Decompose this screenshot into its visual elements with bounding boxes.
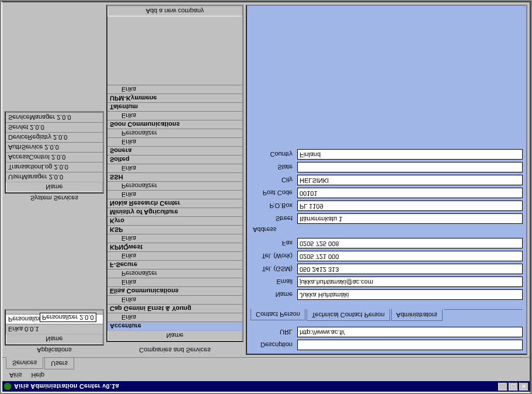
tel-work-field[interactable]: 0205 721 000 — [297, 251, 523, 261]
country-field[interactable]: Finland — [297, 149, 523, 160]
main-tabs: Services Users — [2, 357, 530, 369]
list-item[interactable]: AccessControl 2.0.0 — [6, 152, 103, 162]
state-label: State — [251, 164, 297, 171]
tel-gsm-field[interactable]: 050 2412 313 — [297, 264, 523, 274]
tree-item[interactable]: KSP — [107, 225, 242, 234]
description-label: Description — [251, 341, 297, 348]
detail-tabs: Contact Person Technical Contact Person … — [251, 309, 523, 321]
url-field[interactable]: http://www.ac.fi/ — [297, 327, 523, 337]
postcode-field[interactable]: 00101 — [297, 188, 523, 198]
middle-column: Companies and Services Name AccentureEri… — [106, 5, 244, 355]
system-services-title: System Services — [5, 193, 104, 203]
detail-panel: Description URL http://www.ac.fi/ Contac… — [246, 5, 527, 355]
tree-item[interactable]: F-Secure — [107, 260, 242, 269]
list-item[interactable]: Erika 0.0.1 — [6, 324, 103, 334]
tree-item[interactable]: Erika — [107, 137, 242, 146]
tree-item[interactable]: Erika — [107, 295, 242, 304]
street-field[interactable]: Itämerenkatu 1 — [297, 213, 523, 224]
tree-item[interactable]: Elisa Communications — [107, 286, 242, 295]
companies-title: Companies and Services — [106, 345, 244, 355]
tree-item[interactable]: Sonera — [107, 146, 242, 155]
pobox-field[interactable]: PL 1109 — [297, 201, 523, 211]
email-field[interactable]: jukka.huhtamaki@ac.com — [297, 277, 523, 287]
description-field[interactable] — [297, 340, 523, 350]
close-button[interactable]: × — [519, 382, 528, 390]
tel-gsm-label: Tel. (GSM) — [251, 265, 297, 272]
app-window: Airis Administration Center v0.1a _ □ × … — [1, 1, 531, 393]
tree-item[interactable]: Erika — [107, 278, 242, 286]
tree-item[interactable]: Erika — [107, 111, 242, 120]
tree-item[interactable]: KPNQwest — [107, 243, 242, 251]
url-label: URL — [251, 329, 297, 336]
tab-contact-person[interactable]: Contact Person — [251, 309, 305, 320]
tree-item[interactable]: UPM-Kymmene — [107, 94, 242, 102]
fax-field[interactable]: 0205 725 008 — [297, 238, 523, 248]
tab-users[interactable]: Users — [44, 358, 74, 369]
fax-label: Fax — [251, 240, 297, 247]
applications-title: Applications — [5, 345, 104, 355]
list-item[interactable]: AuthService 2.0.0 — [6, 142, 103, 152]
city-label: City — [251, 177, 297, 184]
list-item[interactable]: TransactionLog 2.0.0 — [6, 162, 103, 172]
tab-administrators[interactable]: Administrators — [391, 309, 443, 321]
address-label: Address — [253, 226, 523, 233]
menu-help[interactable]: Help — [27, 371, 48, 380]
country-label: Country — [251, 151, 297, 158]
menubar: Airis Help — [2, 369, 530, 381]
titlebar: Airis Administration Center v0.1a _ □ × — [2, 381, 530, 392]
tree-item[interactable]: Cap Gemini Ernst & Young — [107, 304, 242, 313]
tree-item[interactable]: Erika — [107, 164, 242, 172]
tooltip: Personalizer 2.0.0 — [40, 313, 96, 322]
system-services-list: Name UserManager 2.0.0 TransactionLog 2.… — [5, 111, 104, 193]
list-item[interactable]: DeviceRegistry 2.0.0 — [6, 132, 103, 142]
tree-item[interactable]: Soon Communications — [107, 120, 242, 129]
tree-item[interactable]: Solteq — [107, 155, 242, 164]
content-area: Applications Name Erika 0.0.1 Personaliz… — [2, 2, 530, 357]
email-label: Email — [251, 278, 297, 285]
city-field[interactable]: HELSINKI — [297, 175, 523, 185]
companies-header[interactable]: Name — [107, 330, 242, 341]
left-column: Applications Name Erika 0.0.1 Personaliz… — [5, 5, 104, 355]
tree-item[interactable]: Erika — [107, 251, 242, 260]
tree-item[interactable]: Accenture — [107, 322, 242, 330]
minimize-button[interactable]: _ — [498, 382, 507, 390]
name-label: Name — [251, 291, 297, 298]
pobox-label: P.O.Box — [251, 202, 297, 209]
tree-item[interactable]: SSH — [107, 172, 242, 181]
street-label: Street — [251, 215, 297, 222]
tree-item[interactable]: Erika — [107, 313, 242, 322]
tree-item[interactable]: Personalizer — [107, 181, 242, 190]
name-field[interactable]: Jukka Huhtamäki — [297, 289, 523, 300]
state-field[interactable] — [297, 162, 523, 172]
list-item[interactable]: UserManager 2.0.0 — [6, 172, 103, 182]
tab-technical-contact[interactable]: Technical Contact Person — [307, 309, 390, 321]
window-title: Airis Administration Center v0.1a — [14, 383, 119, 390]
tree-item[interactable]: Erika — [107, 190, 242, 199]
companies-tree: Name AccentureErikaCap Gemini Ernst & Yo… — [106, 5, 244, 342]
tree-item[interactable]: Erika — [107, 85, 242, 94]
tree-item[interactable]: Nokia Research Center — [107, 199, 242, 208]
add-company-button[interactable]: Add a new company — [107, 6, 242, 16]
postcode-label: Post Code — [251, 189, 297, 196]
tree-item[interactable]: Kyro — [107, 216, 242, 225]
app-icon — [4, 382, 12, 390]
tree-item[interactable]: Ministry of Agriculture — [107, 208, 242, 216]
list-item[interactable]: Servlet 2.0.0 — [6, 122, 103, 132]
menu-airis[interactable]: Airis — [6, 371, 25, 380]
maximize-button[interactable]: □ — [509, 382, 518, 390]
applications-header[interactable]: Name — [6, 334, 103, 344]
list-item[interactable]: ServiceManager 2.0.0 — [6, 112, 103, 122]
tree-item[interactable]: Erika — [107, 234, 242, 243]
tab-services[interactable]: Services — [6, 357, 43, 369]
tree-item[interactable]: Personalizer — [107, 269, 242, 278]
tree-item[interactable]: Talentum — [107, 102, 242, 111]
tel-work-label: Tel. (Work) — [251, 253, 297, 260]
tree-item[interactable]: Personalizer — [107, 129, 242, 137]
system-services-header[interactable]: Name — [6, 182, 103, 192]
